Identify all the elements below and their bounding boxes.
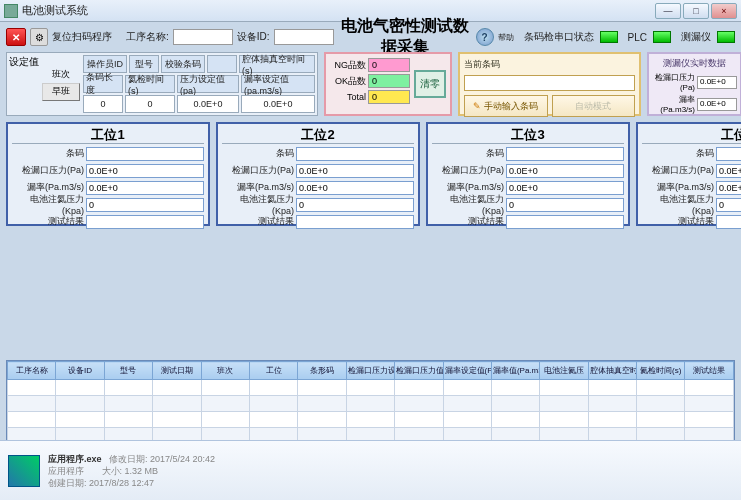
bc-label: 条码 [432, 147, 504, 160]
help-button[interactable]: ? [476, 28, 494, 46]
realtime-panel: 测漏仪实时数据 检漏口压力(Pa)0.0E+0 漏率(Pa.m3/s)0.0E+… [647, 52, 741, 116]
bc-input[interactable] [716, 147, 741, 161]
he-label: 电池注氦压力(Kpa) [12, 193, 84, 216]
station-title: 工位2 [222, 126, 414, 144]
grid-header[interactable]: 工位 [249, 362, 297, 380]
p-label: 检漏口压力(Pa) [642, 164, 714, 177]
maximize-button[interactable]: □ [683, 3, 709, 19]
grid-header[interactable]: 工序名称 [8, 362, 56, 380]
station-title: 工位3 [432, 126, 624, 144]
res-label: 测试结果 [642, 215, 714, 228]
col-verify-bc: 校验条码 [161, 55, 205, 73]
shift-label: 班次 [42, 68, 80, 81]
col-r-set: 漏率设定值(pa.m3/s) [241, 75, 315, 93]
val-r-set[interactable]: 0.0E+0 [241, 95, 315, 113]
grid-header[interactable]: 检漏口压力值(Pa) [395, 362, 443, 380]
device-id-input[interactable] [274, 29, 334, 45]
station-2: 工位2 条码 检漏口压力(Pa) 漏率(Pa.m3/s) 电池注氦压力(Kpa)… [216, 122, 420, 226]
reset-scan-label[interactable]: 复位扫码程序 [52, 30, 112, 44]
res-input[interactable] [506, 215, 624, 229]
station-4: 工位4 条码 检漏口压力(Pa) 漏率(Pa.m3/s) 电池注氦压力(Kpa)… [636, 122, 741, 226]
grid-header[interactable]: 漏率值(Pa.m3/s) [491, 362, 539, 380]
rt-r-value: 0.0E+0 [697, 98, 737, 111]
grid-header[interactable]: 电池注氦压 [540, 362, 588, 380]
taskbar: 应用程序.exe 修改日期: 2017/5/24 20:42 应用程序 大小: … [0, 440, 741, 500]
auto-mode-button[interactable]: 自动模式 [552, 95, 636, 117]
he-input[interactable] [716, 198, 741, 212]
table-row[interactable] [8, 396, 734, 412]
res-label: 测试结果 [222, 215, 294, 228]
col-bc-len: 条码长度 [83, 75, 123, 93]
r-input[interactable] [716, 181, 741, 195]
ng-label: NG品数 [330, 59, 366, 72]
res-label: 测试结果 [432, 215, 504, 228]
clear-button[interactable]: 清零 [414, 70, 446, 98]
p-input[interactable] [506, 164, 624, 178]
grid-header[interactable]: 漏率设定值(Pa.m [443, 362, 491, 380]
he-label: 电池注氦压力(Kpa) [642, 193, 714, 216]
grid-header[interactable]: 设备ID [56, 362, 104, 380]
grid-header[interactable]: 测试日期 [153, 362, 201, 380]
res-input[interactable] [296, 215, 414, 229]
leak-tester-led [717, 31, 735, 43]
grid-header[interactable]: 氦检时间(s) [637, 362, 685, 380]
p-input[interactable] [86, 164, 204, 178]
p-input[interactable] [716, 164, 741, 178]
val-bc-len[interactable]: 0 [83, 95, 123, 113]
he-label: 电池注氦压力(Kpa) [222, 193, 294, 216]
taskbar-app-icon[interactable] [8, 455, 40, 487]
col-blank [207, 55, 237, 73]
he-input[interactable] [86, 198, 204, 212]
table-row[interactable] [8, 412, 734, 428]
manual-input-button[interactable]: ✎ 手动输入条码 [464, 95, 548, 117]
table-row[interactable] [8, 380, 734, 396]
bc-input[interactable] [506, 147, 624, 161]
col-he-time: 氦检时间(s) [125, 75, 175, 93]
r-input[interactable] [296, 181, 414, 195]
res-input[interactable] [86, 215, 204, 229]
minimize-button[interactable]: — [655, 3, 681, 19]
barcode-port-label: 条码枪串口状态 [524, 30, 594, 44]
he-input[interactable] [506, 198, 624, 212]
tb-name: 应用程序.exe [48, 454, 102, 464]
settings-panel: 设定值 班次 早班 操作员ID 型号 校验条码 腔体抽真空时间(s) 条码长度 [6, 52, 318, 116]
grid-header[interactable]: 型号 [104, 362, 152, 380]
bc-input[interactable] [86, 147, 204, 161]
barcode-panel: 当前条码 ✎ 手动输入条码 自动模式 [458, 52, 641, 116]
he-input[interactable] [296, 198, 414, 212]
current-barcode-input[interactable] [464, 75, 635, 91]
current-barcode-label: 当前条码 [464, 58, 635, 71]
settings-icon[interactable]: ⚙ [30, 28, 48, 46]
bc-input[interactable] [296, 147, 414, 161]
close-button[interactable]: × [711, 3, 737, 19]
res-label: 测试结果 [12, 215, 84, 228]
p-label: 检漏口压力(Pa) [432, 164, 504, 177]
grid-header[interactable]: 腔体抽真空时 [588, 362, 636, 380]
station-3: 工位3 条码 检漏口压力(Pa) 漏率(Pa.m3/s) 电池注氦压力(Kpa)… [426, 122, 630, 226]
station-name-input[interactable] [173, 29, 233, 45]
r-input[interactable] [506, 181, 624, 195]
leak-tester-label: 测漏仪 [681, 30, 711, 44]
stop-button[interactable]: ✕ [6, 28, 26, 46]
rt-p-value: 0.0E+0 [697, 76, 737, 89]
ok-label: OK品数 [330, 75, 366, 88]
grid-header[interactable]: 条形码 [298, 362, 346, 380]
grid-header[interactable]: 检漏口压力设定值(Pa) [346, 362, 394, 380]
station-title: 工位4 [642, 126, 741, 144]
grid-header[interactable]: 班次 [201, 362, 249, 380]
col-vacuum-time: 腔体抽真空时间(s) [239, 55, 315, 73]
tb-mod: 修改日期: 2017/5/24 20:42 [109, 454, 215, 464]
r-input[interactable] [86, 181, 204, 195]
grid-header[interactable]: 测试结果 [685, 362, 734, 380]
p-input[interactable] [296, 164, 414, 178]
val-p-set[interactable]: 0.0E+0 [177, 95, 239, 113]
shift-button[interactable]: 早班 [42, 83, 80, 101]
plc-label: PLC [628, 32, 647, 43]
realtime-title: 测漏仪实时数据 [652, 57, 737, 70]
settings-tab[interactable]: 设定值 [9, 55, 39, 113]
p-label: 检漏口压力(Pa) [12, 164, 84, 177]
val-he-time[interactable]: 0 [125, 95, 175, 113]
tb-type: 应用程序 [48, 466, 84, 476]
total-value: 0 [368, 90, 410, 104]
res-input[interactable] [716, 215, 741, 229]
